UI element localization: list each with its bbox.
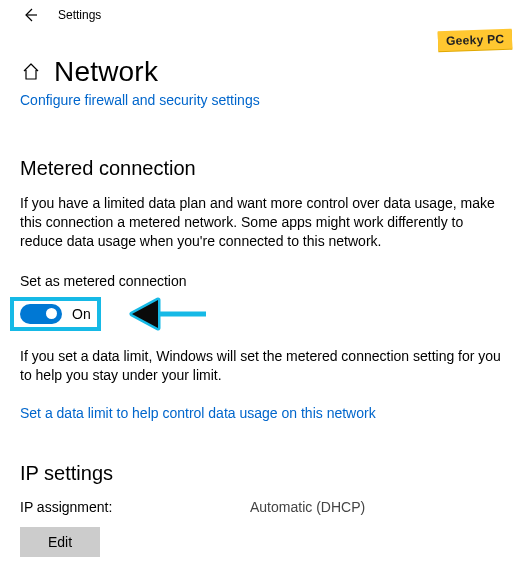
app-title: Settings: [58, 8, 101, 22]
metered-toggle-label: Set as metered connection: [20, 273, 508, 289]
metered-limit-hint: If you set a data limit, Windows will se…: [20, 347, 508, 385]
back-button[interactable]: [20, 5, 40, 25]
home-icon: [20, 61, 42, 83]
page-title: Network: [54, 56, 158, 88]
data-limit-link[interactable]: Set a data limit to help control data us…: [20, 405, 376, 421]
ip-assignment-label: IP assignment:: [20, 499, 250, 515]
toggle-thumb: [46, 308, 57, 319]
watermark-badge: Geeky PC: [437, 29, 512, 52]
metered-toggle-state: On: [72, 306, 91, 322]
metered-heading: Metered connection: [20, 157, 508, 180]
ip-heading: IP settings: [20, 462, 508, 485]
edit-button[interactable]: Edit: [20, 527, 100, 557]
ip-assignment-value: Automatic (DHCP): [250, 499, 365, 515]
metered-description: If you have a limited data plan and want…: [20, 194, 508, 251]
configure-firewall-link[interactable]: Configure firewall and security settings: [20, 92, 260, 108]
metered-toggle[interactable]: [20, 304, 62, 324]
